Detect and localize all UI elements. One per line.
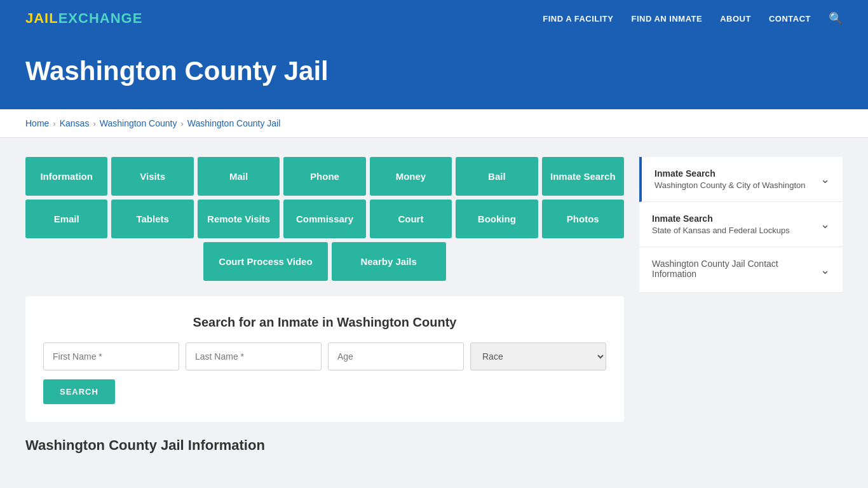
first-name-input[interactable] xyxy=(43,342,179,370)
cat-btn-visits[interactable]: Visits xyxy=(111,157,193,196)
race-select[interactable]: Race White Black Hispanic Asian Other xyxy=(470,342,606,370)
breadcrumb: Home › Kansas › Washington County › Wash… xyxy=(0,109,868,138)
breadcrumb-washington-county[interactable]: Washington County xyxy=(100,118,177,128)
cat-btn-mail[interactable]: Mail xyxy=(198,157,280,196)
age-input[interactable] xyxy=(328,342,464,370)
sidebar-item-text-2: Inmate Search State of Kansas and Federa… xyxy=(652,214,790,235)
sidebar-item-inmate-search-washington[interactable]: Inmate Search Washington County & City o… xyxy=(639,157,843,202)
chevron-down-icon-1: ⌄ xyxy=(820,172,830,186)
sidebar-item-subtitle-1: Washington County & City of Washington xyxy=(654,180,806,190)
right-sidebar: Inmate Search Washington County & City o… xyxy=(639,157,843,293)
cat-btn-court-process-video[interactable]: Court Process Video xyxy=(203,242,327,281)
cat-btn-inmate-search[interactable]: Inmate Search xyxy=(542,157,624,196)
search-fields: Race White Black Hispanic Asian Other xyxy=(43,342,606,370)
nav-about[interactable]: ABOUT xyxy=(720,13,751,24)
cat-btn-information[interactable]: Information xyxy=(25,157,107,196)
cat-btn-phone[interactable]: Phone xyxy=(283,157,365,196)
logo-jail: JAIL xyxy=(25,10,58,26)
sidebar-item-text-3: Washington County Jail Contact Informati… xyxy=(652,259,820,281)
left-column: Information Visits Mail Phone Money Bail… xyxy=(25,157,624,454)
hero-section: Washington County Jail xyxy=(0,37,868,109)
category-row-2: Email Tablets Remote Visits Commissary C… xyxy=(25,200,624,238)
sidebar-item-inmate-search-kansas[interactable]: Inmate Search State of Kansas and Federa… xyxy=(639,202,843,247)
nav-links: FIND A FACILITY FIND AN INMATE ABOUT CON… xyxy=(543,11,843,25)
cat-btn-nearby-jails[interactable]: Nearby Jails xyxy=(332,242,446,281)
sidebar-item-title-2: Inmate Search xyxy=(652,214,790,224)
sidebar-item-title-3: Washington County Jail Contact Informati… xyxy=(652,259,820,279)
cat-btn-remote-visits[interactable]: Remote Visits xyxy=(198,200,280,238)
breadcrumb-sep-3: › xyxy=(180,119,183,128)
breadcrumb-sep-2: › xyxy=(93,119,95,128)
page-title: Washington County Jail xyxy=(25,56,843,86)
cat-btn-money[interactable]: Money xyxy=(370,157,452,196)
nav-find-facility[interactable]: FIND A FACILITY xyxy=(543,13,613,24)
sidebar-item-subtitle-2: State of Kansas and Federal Lockups xyxy=(652,226,790,235)
logo-exchange: EXCHANGE xyxy=(58,10,143,26)
sidebar-item-title-1: Inmate Search xyxy=(654,168,806,179)
cat-btn-bail[interactable]: Bail xyxy=(456,157,538,196)
breadcrumb-home[interactable]: Home xyxy=(25,118,49,128)
breadcrumb-sep-1: › xyxy=(53,119,55,128)
nav-contact[interactable]: CONTACT xyxy=(769,13,811,24)
breadcrumb-current: Washington County Jail xyxy=(187,118,281,128)
breadcrumb-kansas[interactable]: Kansas xyxy=(60,118,90,128)
cat-btn-tablets[interactable]: Tablets xyxy=(111,200,193,238)
inmate-search-box: Search for an Inmate in Washington Count… xyxy=(25,296,624,422)
navbar: JAILEXCHANGE FIND A FACILITY FIND AN INM… xyxy=(0,0,868,37)
chevron-down-icon-3: ⌄ xyxy=(820,263,830,277)
category-row-3: Court Process Video Nearby Jails xyxy=(25,242,624,281)
search-button[interactable]: SEARCH xyxy=(43,379,115,404)
cat-btn-commissary[interactable]: Commissary xyxy=(283,200,365,238)
content-section: Information Visits Mail Phone Money Bail… xyxy=(0,138,868,473)
cat-btn-email[interactable]: Email xyxy=(25,200,107,238)
sidebar-item-text-1: Inmate Search Washington County & City o… xyxy=(654,168,806,190)
search-icon[interactable]: 🔍 xyxy=(829,11,843,25)
chevron-down-icon-2: ⌄ xyxy=(820,217,830,231)
sidebar-item-contact-info[interactable]: Washington County Jail Contact Informati… xyxy=(639,247,843,293)
category-row-1: Information Visits Mail Phone Money Bail… xyxy=(25,157,624,196)
cat-btn-photos[interactable]: Photos xyxy=(542,200,624,238)
logo[interactable]: JAILEXCHANGE xyxy=(25,10,142,27)
search-title: Search for an Inmate in Washington Count… xyxy=(43,315,606,330)
cat-btn-booking[interactable]: Booking xyxy=(456,200,538,238)
last-name-input[interactable] xyxy=(186,342,322,370)
nav-find-inmate[interactable]: FIND AN INMATE xyxy=(631,13,702,24)
cat-btn-court[interactable]: Court xyxy=(370,200,452,238)
jail-info-heading: Washington County Jail Information xyxy=(25,437,624,454)
